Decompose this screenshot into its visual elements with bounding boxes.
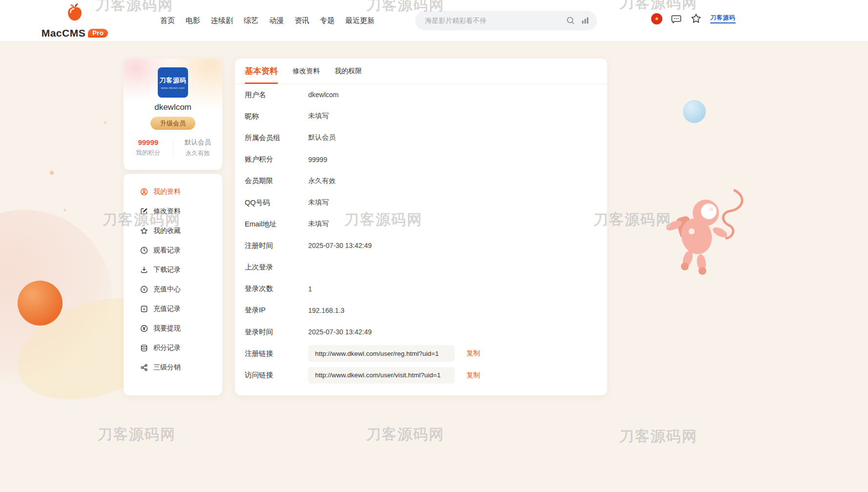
field-label: 登录时间 bbox=[245, 328, 308, 337]
sidebar-item-label: 观看记录 bbox=[153, 246, 181, 255]
sidebar-item-favorites[interactable]: 我的收藏 bbox=[124, 221, 222, 241]
dot-decoration bbox=[104, 121, 106, 124]
sidebar-item-watch-history[interactable]: 观看记录 bbox=[124, 241, 222, 260]
field-label: 访问链接 bbox=[245, 370, 308, 380]
field-row-login-time: 登录时间2025-07-30 13:42:49 bbox=[245, 321, 607, 343]
sidebar-item-distribution[interactable]: 三级分销 bbox=[124, 358, 222, 377]
site-logo[interactable]: MacCMS Pro bbox=[42, 1, 107, 39]
username: dkewlcom bbox=[124, 102, 222, 112]
field-row-email: Email地址未填写 bbox=[245, 213, 607, 235]
favorite-star-icon[interactable] bbox=[690, 13, 702, 24]
edit-icon bbox=[140, 207, 148, 215]
nav-item-anime[interactable]: 动漫 bbox=[269, 16, 284, 25]
upgrade-member-button[interactable]: 升级会员 bbox=[150, 117, 195, 130]
field-rows: 用户名dkewlcom 昵称未填写 所属会员组默认会员 账户积分99999 会员… bbox=[235, 84, 607, 386]
field-row-register-time: 注册时间2025-07-30 13:42:49 bbox=[245, 235, 607, 256]
orange-planet-decoration bbox=[18, 281, 63, 326]
field-value: 默认会员 bbox=[308, 133, 336, 142]
group-stat: 默认会员 永久有效 bbox=[173, 138, 223, 158]
copy-visit-link[interactable]: 复制 bbox=[466, 371, 480, 380]
group-value: 默认会员 bbox=[173, 138, 223, 147]
register-link-input[interactable] bbox=[308, 345, 455, 362]
sidebar-item-label: 我要提现 bbox=[153, 324, 181, 333]
field-row-username: 用户名dkewlcom bbox=[245, 84, 607, 105]
sidebar-item-label: 修改资料 bbox=[153, 207, 181, 216]
sidebar-item-label: 三级分销 bbox=[153, 363, 181, 372]
field-value: 未填写 bbox=[308, 198, 329, 207]
sidebar-item-edit-profile[interactable]: 修改资料 bbox=[124, 202, 222, 221]
sidebar-item-withdraw[interactable]: 我要提现 bbox=[124, 319, 222, 338]
nav-item-series[interactable]: 连续剧 bbox=[211, 16, 233, 25]
astronaut-illustration bbox=[660, 184, 751, 285]
field-label: 登录IP bbox=[245, 306, 308, 315]
points-stat: 99999 我的积分 bbox=[124, 138, 173, 158]
share-icon bbox=[140, 364, 148, 371]
field-value: 2025-07-30 13:42:49 bbox=[308, 242, 372, 249]
nav-item-recent[interactable]: 最近更新 bbox=[345, 16, 375, 25]
withdraw-icon bbox=[140, 325, 148, 332]
field-label: Email地址 bbox=[245, 220, 308, 229]
blue-ball-decoration bbox=[683, 100, 706, 123]
sidebar-item-label: 充值记录 bbox=[153, 305, 181, 313]
nav-item-movies[interactable]: 电影 bbox=[186, 16, 200, 25]
field-value: 永久有效 bbox=[308, 177, 336, 185]
search-bar bbox=[415, 11, 597, 30]
header-right-icons: ★ 刀客源码 bbox=[651, 13, 736, 24]
sidebar-item-downloads[interactable]: 下载记录 bbox=[124, 260, 222, 280]
field-row-register-link: 注册链接 复制 bbox=[245, 343, 607, 364]
sidebar-item-recharge-center[interactable]: ¥ 充值中心 bbox=[124, 280, 222, 299]
sidebar-item-label: 积分记录 bbox=[153, 344, 181, 352]
field-value: 192.168.1.3 bbox=[308, 307, 344, 314]
corner-site-logo[interactable]: 刀客源码 bbox=[710, 14, 736, 23]
field-label: 会员期限 bbox=[245, 176, 308, 185]
field-row-nickname: 昵称未填写 bbox=[245, 105, 607, 127]
profile-detail-card: 基本资料 修改资料 我的权限 用户名dkewlcom 昵称未填写 所属会员组默认… bbox=[235, 59, 607, 395]
field-label: 注册链接 bbox=[245, 349, 308, 358]
sidebar-item-recharge-records[interactable]: ¥ 充值记录 bbox=[124, 299, 222, 319]
visit-link-input[interactable] bbox=[308, 367, 455, 384]
field-value: 99999 bbox=[308, 156, 327, 164]
dot-decoration bbox=[64, 209, 66, 211]
tab-my-permissions[interactable]: 我的权限 bbox=[335, 59, 362, 83]
profile-card: 刀客源码 www.dkewl.com dkewlcom 升级会员 99999 我… bbox=[124, 59, 222, 170]
field-row-qq: QQ号码未填写 bbox=[245, 192, 607, 213]
sidebar-item-label: 我的资料 bbox=[153, 187, 181, 196]
nav-item-variety[interactable]: 综艺 bbox=[244, 16, 258, 25]
field-row-visit-link: 访问链接 复制 bbox=[245, 364, 607, 386]
sidebar-item-points-records[interactable]: 积分记录 bbox=[124, 338, 222, 358]
copy-register-link[interactable]: 复制 bbox=[466, 349, 480, 358]
field-value: 未填写 bbox=[308, 112, 329, 121]
field-value: dkewlcom bbox=[308, 91, 339, 99]
star-icon bbox=[140, 227, 148, 235]
nav-item-home[interactable]: 首页 bbox=[160, 16, 175, 25]
sidebar-item-my-profile[interactable]: 我的资料 bbox=[124, 182, 222, 202]
field-row-member-term: 会员期限永久有效 bbox=[245, 170, 607, 192]
field-label: 所属会员组 bbox=[245, 133, 308, 143]
avatar-text: 刀客源码 bbox=[159, 76, 187, 85]
brand-name: MacCMS bbox=[42, 27, 86, 39]
ranking-bars-icon[interactable] bbox=[581, 17, 589, 24]
nav-item-topics[interactable]: 专题 bbox=[320, 16, 335, 25]
brand-badge: Pro bbox=[88, 29, 108, 38]
field-row-login-count: 登录次数1 bbox=[245, 278, 607, 300]
search-icon[interactable] bbox=[566, 16, 575, 25]
field-label: 上次登录 bbox=[245, 263, 308, 272]
header: MacCMS Pro 首页 电影 连续剧 综艺 动漫 资讯 专题 最近更新 bbox=[0, 0, 868, 41]
field-value: 1 bbox=[308, 285, 312, 293]
field-row-last-login: 上次登录 bbox=[245, 257, 607, 278]
group-label: 永久有效 bbox=[173, 149, 223, 158]
message-icon[interactable] bbox=[671, 13, 682, 24]
field-value: 未填写 bbox=[308, 220, 329, 228]
profile-stats: 99999 我的积分 默认会员 永久有效 bbox=[124, 138, 222, 158]
search-input[interactable] bbox=[417, 17, 566, 24]
download-icon bbox=[140, 266, 148, 274]
field-row-points: 账户积分99999 bbox=[245, 149, 607, 170]
money-record-icon: ¥ bbox=[140, 305, 148, 313]
field-label: 用户名 bbox=[245, 90, 308, 100]
apple-logo-icon bbox=[64, 1, 86, 25]
svg-text:¥: ¥ bbox=[143, 287, 146, 292]
tab-edit-info[interactable]: 修改资料 bbox=[293, 59, 320, 83]
tab-basic-info[interactable]: 基本资料 bbox=[245, 59, 278, 83]
flag-icon[interactable]: ★ bbox=[651, 13, 662, 24]
nav-item-news[interactable]: 资讯 bbox=[295, 16, 309, 25]
